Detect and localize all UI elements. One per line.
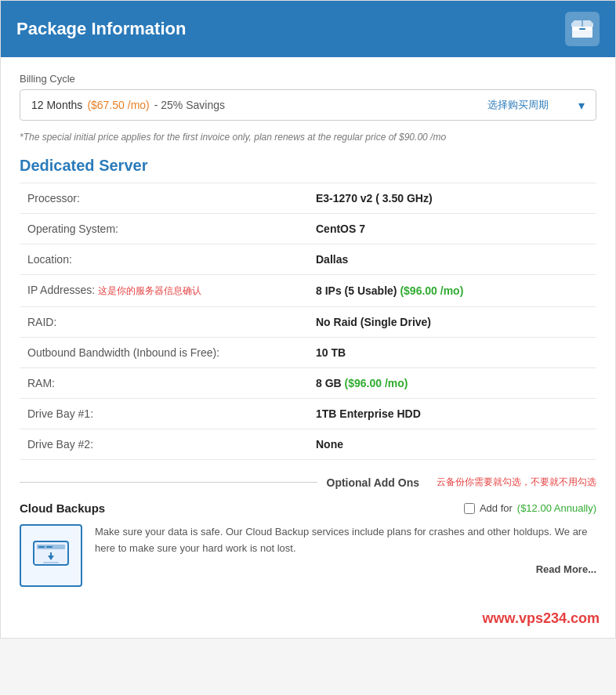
addon-checkbox-label[interactable]: Add for ($12.00 Annually) [464,502,596,514]
row-value: 8 IPs (5 Usable) ($96.00 /mo) [308,275,596,307]
table-row: Drive Bay #2: None [20,429,596,460]
addon-header: Cloud Backups Add for ($12.00 Annually) [20,501,596,515]
table-row: RAM: 8 GB ($96.00 /mo) [20,368,596,399]
row-label: Location: [20,244,308,275]
table-row: Drive Bay #1: 1TB Enterprise HDD [20,399,596,429]
page-title: Package Information [16,19,186,39]
row-label: Operating System: [20,214,308,244]
addon-title: Cloud Backups [20,501,105,515]
row-label: Drive Bay #2: [20,429,308,460]
row-value: 8 GB ($96.00 /mo) [308,368,596,399]
table-row: IP Addresses: 这是你的服务器信息确认 8 IPs (5 Usabl… [20,275,596,307]
ip-price: ($96.00 /mo) [400,284,463,297]
billing-display: 12 Months ($67.50 /mo) - 25% Savings 选择购… [20,90,596,120]
row-value: Dallas [308,244,596,275]
read-more-link[interactable]: Read More... [95,563,596,575]
footer-watermark: www.vps234.com [1,603,615,638]
table-row: Outbound Bandwidth (Inbound is Free): 10… [20,338,596,368]
package-icon [565,12,600,46]
billing-months: 12 Months [31,99,82,111]
row-label: Processor: [20,183,308,214]
addon-section-label: Optional Add Ons [327,476,419,489]
cloud-backup-icon-box [20,524,82,587]
ip-annotation: 这是你的服务器信息确认 [98,285,201,296]
row-label: IP Addresses: 这是你的服务器信息确认 [20,275,308,307]
row-value: CentOS 7 [308,214,596,244]
server-info-table: Processor: E3-1270 v2 ( 3.50 GHz) Operat… [20,183,596,460]
table-row: Location: Dallas [20,244,596,275]
svg-rect-7 [46,546,53,548]
addon-body: Make sure your data is safe. Our Cloud B… [20,524,596,587]
svg-rect-6 [38,546,45,548]
row-value: None [308,429,596,460]
header: Package Information [1,1,615,57]
server-section-title: Dedicated Server [20,157,596,175]
divider-line-left [20,482,317,483]
row-value: No Raid (Single Drive) [308,307,596,338]
billing-cycle-label: Billing Cycle [20,73,596,85]
billing-note: *The special initial price applies for t… [20,132,596,143]
addon-checkbox-text: Add for [480,502,513,514]
addon-price: ($12.00 Annually) [517,502,596,514]
row-label: RAM: [20,368,308,399]
row-value: 1TB Enterprise HDD [308,399,596,429]
row-label: Drive Bay #1: [20,399,308,429]
row-label: RAID: [20,307,308,338]
table-row: Operating System: CentOS 7 [20,214,596,244]
addon-description-block: Make sure your data is safe. Our Cloud B… [95,524,596,575]
billing-price: ($67.50 /mo) [87,99,149,111]
body-content: Billing Cycle 12 Months ($67.50 /mo) - 2… [1,57,615,603]
table-row: Processor: E3-1270 v2 ( 3.50 GHz) [20,183,596,214]
billing-select-text: 选择购买周期 [487,98,549,112]
row-value: E3-1270 v2 ( 3.50 GHz) [308,183,596,214]
row-label: Outbound Bandwidth (Inbound is Free): [20,338,308,368]
svg-rect-8 [43,562,59,563]
svg-rect-2 [579,28,585,30]
billing-select-wrapper[interactable]: 12 Months ($67.50 /mo) - 25% Savings 选择购… [20,89,596,121]
addon-divider: Optional Add Ons 云备份你需要就勾选，不要就不用勾选 [20,476,596,489]
ram-price: ($96.00 /mo) [345,377,408,389]
row-value: 10 TB [308,338,596,368]
addon-annotation: 云备份你需要就勾选，不要就不用勾选 [437,476,596,489]
table-row: RAID: No Raid (Single Drive) [20,307,596,338]
cloud-backup-checkbox[interactable] [464,503,475,514]
billing-savings: - 25% Savings [154,99,225,111]
addon-desc: Make sure your data is safe. Our Cloud B… [95,524,596,557]
cloud-backups-addon: Cloud Backups Add for ($12.00 Annually) [20,501,596,587]
